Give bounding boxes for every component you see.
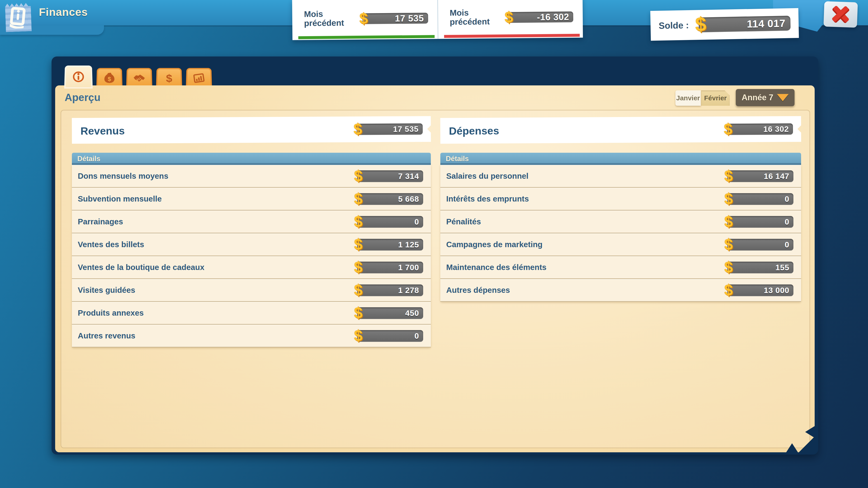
currency-icon: $ [354,328,363,343]
detail-row-value: 0 [785,217,789,226]
currency-icon: $ [354,282,363,297]
detail-row-value: 155 [776,263,789,272]
balance-box: Solde : $ 114 017 [650,8,799,41]
expense-rows: Salaires du personnel $ 16 147 Intérêts … [440,165,801,302]
expense-total-value: 16 302 [763,125,789,134]
balance-value: 114 017 [747,17,786,30]
tab-overview[interactable] [64,66,93,89]
detail-row-pill: $ 16 147 [727,170,794,182]
detail-row-value: 1 700 [398,263,419,272]
details-header: Détails [440,153,801,165]
detail-row: Produits annexes $ 450 [72,302,431,325]
currency-icon: $ [724,168,733,184]
details-label: Détails [77,155,100,163]
detail-row: Pénalités $ 0 [440,210,801,233]
balance-pill: $ 114 017 [699,15,791,32]
detail-row-label: Subvention mensuelle [78,194,162,203]
finances-ledger-icon [5,2,32,32]
detail-row-value: 450 [405,308,419,318]
stat-expense-value: -16 302 [537,12,569,22]
detail-row-pill: $ 0 [357,216,423,228]
currency-icon: $ [724,282,733,297]
previous-month-stats: Mois précédent $ 17 535 Mois précédent $… [292,0,583,40]
detail-row: Intérêts des emprunts $ 0 [440,188,801,210]
detail-row-pill: $ 0 [727,193,794,205]
detail-row-value: 0 [785,195,789,203]
currency-icon: $ [354,214,363,229]
detail-row-value: 13 000 [764,286,789,295]
detail-row-pill: $ 0 [727,216,794,228]
currency-icon: $ [359,11,368,26]
stat-previous-month-expense: Mois précédent $ -16 302 [437,0,583,39]
detail-row-label: Campagnes de marketing [446,240,542,249]
currency-icon: $ [695,14,706,34]
detail-row: Visites guidées $ 1 278 [72,279,431,302]
expense-trend-bar [444,34,580,38]
detail-row: Autres dépenses $ 13 000 [440,279,801,302]
detail-row-value: 1 278 [398,286,419,295]
currency-icon: $ [354,259,363,275]
stat-label: Mois précédent [450,8,502,27]
detail-row-pill: $ 7 314 [357,170,423,182]
column-title: Revenus [81,124,125,137]
detail-row-label: Dons mensuels moyens [78,171,168,181]
income-rows: Dons mensuels moyens $ 7 314 Subvention … [72,165,431,348]
close-button[interactable] [824,1,858,28]
year-label: Année 7 [742,93,773,102]
currency-icon: $ [724,214,733,229]
detail-row-pill: $ 1 278 [357,285,423,296]
chart-icon [192,72,205,84]
detail-row-value: 5 668 [398,195,419,203]
balance-label: Solde : [659,20,689,31]
income-total-pill: $ 17 535 [357,123,423,135]
detail-row: Maintenance des éléments $ 155 [440,256,801,279]
detail-row: Subvention mensuelle $ 5 668 [72,188,431,210]
income-trend-bar [298,35,435,39]
income-header-card: Revenus $ 17 535 [72,116,431,144]
currency-icon: $ [724,236,733,252]
detail-row: Ventes de la boutique de cadeaux $ 1 700 [72,256,431,279]
tab-strip: $ $ [64,64,212,89]
detail-row-pill: $ 450 [357,307,423,319]
detail-row-label: Salaires du personnel [446,171,528,181]
detail-row-pill: $ 5 668 [357,193,423,205]
detail-row: Campagnes de marketing $ 0 [440,233,801,256]
currency-icon: $ [354,236,363,252]
currency-icon: $ [504,9,513,25]
stat-expense-pill: $ -16 302 [508,11,573,23]
currency-icon: $ [353,121,362,136]
month-button-fevrier[interactable]: Février [701,90,730,106]
svg-text:$: $ [166,72,172,84]
expense-total-pill: $ 16 302 [727,123,793,135]
month-button-janvier[interactable]: Janvier [675,90,701,106]
detail-row-pill: $ 13 000 [727,285,794,296]
detail-row-label: Ventes des billets [78,240,144,249]
chevron-down-icon [777,94,789,101]
detail-row-label: Intérêts des emprunts [446,194,529,203]
detail-row-pill: $ 1 700 [357,262,423,273]
detail-row: Salaires du personnel $ 16 147 [440,165,801,188]
currency-icon: $ [724,259,733,275]
detail-row-pill: $ 155 [727,262,794,273]
stat-income-pill: $ 17 535 [362,13,428,24]
detail-row: Autres revenus $ 0 [72,325,431,348]
panel-edge-notch [786,443,798,452]
detail-row-label: Autres revenus [78,331,135,340]
page-title: Finances [39,6,88,18]
detail-row-value: 1 125 [398,240,419,249]
currency-icon: $ [724,191,733,206]
currency-icon: $ [724,121,733,136]
panel-edge-notch [805,426,815,438]
details-label: Détails [446,155,469,163]
expense-column: Dépenses $ 16 302 Détails Salaires du pe… [440,117,801,302]
stat-label: Mois précédent [304,9,356,28]
expense-header-card: Dépenses $ 16 302 [440,116,801,144]
handshake-icon [133,72,146,84]
year-dropdown[interactable]: Année 7 [736,89,795,106]
detail-row-value: 16 147 [764,172,789,181]
detail-row-label: Parrainages [78,217,123,226]
detail-row-label: Autres dépenses [446,286,510,295]
detail-row-label: Produits annexes [78,308,144,318]
detail-row-pill: $ 0 [357,330,423,342]
dollar-icon: $ [162,72,176,84]
